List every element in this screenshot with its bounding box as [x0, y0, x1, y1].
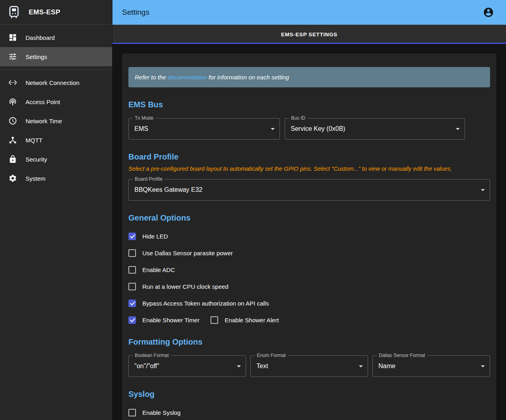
field-label: Tx Mode [133, 115, 156, 121]
checkbox-row-shower-timer[interactable]: Enable Shower Timer [128, 316, 199, 324]
checkbox[interactable] [128, 409, 136, 416]
checkbox-row-bypass-token[interactable]: Bypass Access Token authorization on API… [128, 298, 490, 308]
checkbox[interactable] [128, 233, 136, 240]
checkbox-row-lower-cpu-clock[interactable]: Run at a lower CPU clock speed [128, 282, 490, 291]
sidebar: EMS-ESP Dashboard Settings Networ [0, 0, 112, 420]
field-label: Board Profile [133, 176, 164, 182]
sidebar-item-system[interactable]: System [0, 169, 112, 188]
sidebar-divider [0, 69, 112, 70]
dropdown-arrow-icon [456, 128, 460, 130]
checkbox-row-enable-adc[interactable]: Enable ADC [128, 265, 490, 274]
sidebar-item-label: Network Time [26, 118, 62, 124]
sidebar-item-label: Security [26, 156, 47, 163]
sidebar-item-label: Network Connection [26, 79, 79, 86]
sidebar-header: EMS-ESP [0, 0, 112, 25]
dallas-sensor-format-select[interactable]: Dallas Sensor Format Name [372, 355, 490, 377]
sidebar-item-network-connection[interactable]: Network Connection [0, 73, 112, 92]
section-title-ems-bus: EMS Bus [128, 100, 490, 109]
sidebar-item-network-time[interactable]: Network Time [0, 111, 112, 130]
sidebar-item-dashboard[interactable]: Dashboard [0, 28, 112, 47]
sidebar-item-label: Settings [26, 53, 47, 60]
checkbox-label: Enable Shower Timer [142, 317, 199, 323]
field-label: Dallas Sensor Format [377, 353, 427, 359]
board-profile-select[interactable]: Board Profile BBQKees Gateway E32 [128, 179, 490, 201]
checkbox-label: Use Dallas Sensor parasite power [142, 250, 233, 256]
checkbox[interactable] [128, 249, 136, 257]
checkbox-row-hide-led[interactable]: Hide LED [128, 231, 490, 241]
field-value: Name [378, 363, 396, 370]
formatting-fields: Boolean Format "on"/"off" Enum Format Te… [128, 355, 490, 377]
board-profile-hint: Select a pre-configured board layout to … [128, 166, 490, 172]
field-value: Text [256, 363, 268, 370]
appbar: Settings [112, 0, 506, 25]
field-label: Bus ID [289, 115, 307, 121]
tune-icon [8, 52, 18, 61]
checkbox[interactable] [211, 316, 218, 324]
checkbox-row-enable-syslog[interactable]: Enable Syslog [128, 408, 490, 417]
field-value: "on"/"off" [134, 363, 159, 370]
field-label: Enum Format [255, 353, 288, 359]
sidebar-item-security[interactable]: Security [0, 150, 112, 169]
checkbox-label: Enable Shower Alert [224, 317, 279, 323]
ethernet-icon [8, 78, 18, 87]
shower-options-row: Enable Shower Timer Enable Shower Alert [128, 315, 490, 325]
tab-indicator [112, 43, 506, 44]
app-root: EMS-ESP Dashboard Settings Networ [0, 0, 506, 420]
sidebar-item-access-point[interactable]: Access Point [0, 92, 112, 111]
dropdown-arrow-icon [271, 128, 275, 130]
wifi-tethering-icon [8, 97, 18, 106]
dropdown-arrow-icon [481, 365, 485, 367]
section-title-syslog: Syslog [128, 390, 490, 399]
tab-bar: EMS-ESP SETTINGS [112, 25, 506, 44]
sidebar-item-label: MQTT [26, 137, 43, 144]
ems-bus-fields: Tx Mode EMS Bus ID Service Key (0x0B) [128, 118, 490, 140]
checkbox-row-shower-alert[interactable]: Enable Shower Alert [211, 316, 279, 324]
content-area: Refer to the documentation for informati… [112, 44, 506, 420]
checkbox[interactable] [128, 316, 136, 324]
sidebar-item-label: Access Point [26, 99, 60, 105]
enum-format-select[interactable]: Enum Format Text [250, 355, 368, 377]
checkbox-label: Enable Syslog [142, 409, 181, 416]
checkbox[interactable] [128, 266, 136, 274]
dropdown-arrow-icon [481, 189, 485, 191]
field-value: BBQKees Gateway E32 [134, 186, 203, 193]
field-label: Boolean Format [133, 353, 171, 359]
dropdown-arrow-icon [359, 365, 363, 367]
checkbox-row-dallas-parasite[interactable]: Use Dallas Sensor parasite power [128, 248, 490, 258]
info-banner: Refer to the documentation for informati… [128, 67, 490, 87]
dropdown-arrow-icon [237, 365, 241, 367]
tab-ems-esp-settings[interactable]: EMS-ESP SETTINGS [112, 25, 506, 44]
sidebar-item-settings[interactable]: Settings [0, 47, 112, 66]
field-value: Service Key (0x0B) [291, 125, 345, 132]
checkbox-label: Enable ADC [142, 266, 175, 273]
clock-icon [8, 116, 18, 126]
gear-icon [8, 174, 18, 183]
banner-text-suffix: for information on each setting [207, 74, 289, 81]
sidebar-item-label: System [26, 175, 45, 182]
section-title-general-options: General Options [128, 213, 490, 223]
settings-card: Refer to the documentation for informati… [122, 53, 496, 420]
sidebar-item-mqtt[interactable]: MQTT [0, 130, 112, 150]
section-title-formatting-options: Formatting Options [128, 337, 490, 347]
lock-icon [8, 154, 18, 164]
sidebar-nav: Dashboard Settings Network Connection [0, 25, 112, 188]
checkbox[interactable] [128, 283, 136, 290]
checkbox[interactable] [128, 300, 136, 307]
app-title: EMS-ESP [29, 8, 60, 16]
account-circle-icon[interactable] [480, 4, 496, 20]
device-hub-icon [8, 135, 18, 145]
dashboard-icon [8, 33, 18, 42]
documentation-link[interactable]: documentation [168, 74, 207, 81]
main-column: Settings EMS-ESP SETTINGS Refer to the d… [112, 0, 506, 420]
ems-esp-logo-icon [8, 5, 20, 20]
checkbox-label: Bypass Access Token authorization on API… [142, 300, 269, 307]
boolean-format-select[interactable]: Boolean Format "on"/"off" [128, 355, 246, 377]
banner-text-prefix: Refer to the [135, 74, 168, 81]
section-title-board-profile: Board Profile [128, 152, 490, 162]
field-value: EMS [134, 125, 148, 132]
checkbox-label: Hide LED [142, 233, 168, 240]
bus-id-select[interactable]: Bus ID Service Key (0x0B) [285, 118, 465, 140]
sidebar-item-label: Dashboard [26, 34, 55, 41]
tx-mode-select[interactable]: Tx Mode EMS [128, 118, 280, 140]
page-title: Settings [122, 8, 150, 17]
